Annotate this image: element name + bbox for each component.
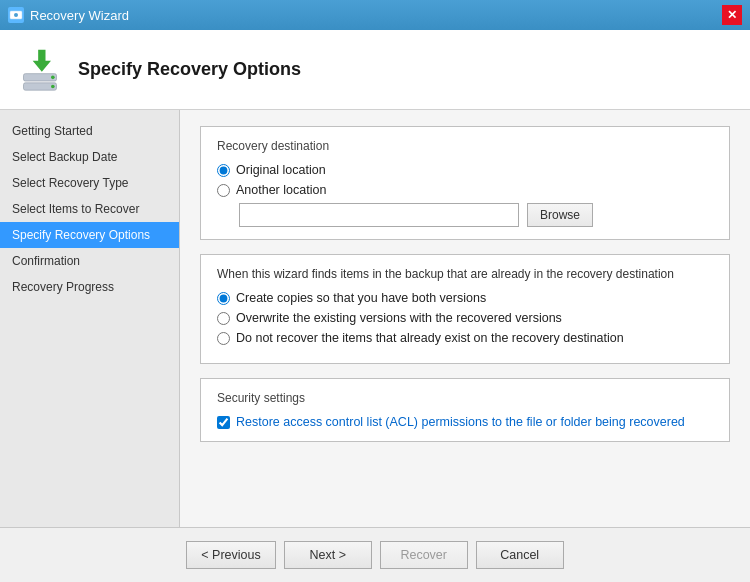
original-location-radio[interactable] [217,164,230,177]
security-settings-title: Security settings [217,391,713,405]
app-icon [8,7,24,23]
sidebar-item-select-recovery-type[interactable]: Select Recovery Type [0,170,179,196]
wizard-footer: < Previous Next > Recover Cancel [0,527,750,582]
overwrite-label: Overwrite the existing versions with the… [236,311,562,325]
create-copies-option[interactable]: Create copies so that you have both vers… [217,291,713,305]
svg-point-1 [14,13,18,17]
title-bar: Recovery Wizard ✕ [0,0,750,30]
wizard-content: Getting Started Select Backup Date Selec… [0,110,750,527]
recovery-destination-section: Recovery destination Original location A… [200,126,730,240]
title-bar-left: Recovery Wizard [8,7,129,23]
close-button[interactable]: ✕ [722,5,742,25]
previous-button[interactable]: < Previous [186,541,275,569]
sidebar-item-select-backup-date[interactable]: Select Backup Date [0,144,179,170]
sidebar-item-getting-started[interactable]: Getting Started [0,118,179,144]
sidebar-item-select-items-to-recover[interactable]: Select Items to Recover [0,196,179,222]
conflict-description: When this wizard finds items in the back… [217,267,713,281]
recovery-destination-title: Recovery destination [217,139,713,153]
sidebar-item-confirmation[interactable]: Confirmation [0,248,179,274]
conflict-section: When this wizard finds items in the back… [200,254,730,364]
do-not-recover-radio[interactable] [217,332,230,345]
browse-button[interactable]: Browse [527,203,593,227]
acl-checkbox[interactable] [217,416,230,429]
another-location-label: Another location [236,183,326,197]
overwrite-radio[interactable] [217,312,230,325]
security-settings-section: Security settings Restore access control… [200,378,730,442]
next-button[interactable]: Next > [284,541,372,569]
create-copies-radio[interactable] [217,292,230,305]
svg-point-5 [51,75,55,79]
wizard-header-title: Specify Recovery Options [78,59,301,80]
svg-marker-2 [33,49,51,71]
sidebar-item-specify-recovery-options[interactable]: Specify Recovery Options [0,222,179,248]
do-not-recover-option[interactable]: Do not recover the items that already ex… [217,331,713,345]
location-input-row: Browse [239,203,713,227]
acl-label: Restore access control list (ACL) permis… [236,415,685,429]
svg-point-6 [51,84,55,88]
sidebar-item-recovery-progress[interactable]: Recovery Progress [0,274,179,300]
wizard-header: Specify Recovery Options [0,30,750,110]
wizard-sidebar: Getting Started Select Backup Date Selec… [0,110,180,527]
another-location-option[interactable]: Another location [217,183,713,197]
recover-button[interactable]: Recover [380,541,468,569]
another-location-radio[interactable] [217,184,230,197]
acl-checkbox-option[interactable]: Restore access control list (ACL) permis… [217,415,713,429]
location-input[interactable] [239,203,519,227]
title-bar-title: Recovery Wizard [30,8,129,23]
wizard-header-icon [16,46,64,94]
wizard-body: Specify Recovery Options Getting Started… [0,30,750,582]
do-not-recover-label: Do not recover the items that already ex… [236,331,624,345]
cancel-button[interactable]: Cancel [476,541,564,569]
overwrite-option[interactable]: Overwrite the existing versions with the… [217,311,713,325]
create-copies-label: Create copies so that you have both vers… [236,291,486,305]
original-location-label: Original location [236,163,326,177]
original-location-option[interactable]: Original location [217,163,713,177]
wizard-main: Recovery destination Original location A… [180,110,750,527]
